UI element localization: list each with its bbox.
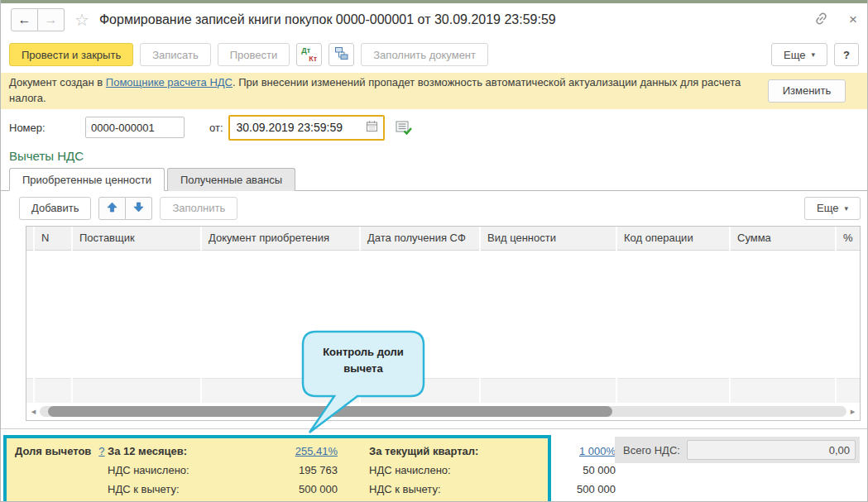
more-button-grid[interactable]: Еще▾ — [804, 197, 861, 220]
column-header-percent[interactable]: % — [836, 227, 860, 251]
share-quarter-link[interactable]: 1 000% — [579, 445, 616, 457]
banner-text-before: Документ создан в — [9, 76, 106, 88]
scroll-track[interactable] — [40, 406, 846, 417]
post-button[interactable]: Провести — [218, 43, 290, 66]
move-down-button[interactable] — [126, 197, 152, 220]
column-header-acquisition-document[interactable]: Документ приобретения — [201, 227, 360, 251]
document-header-fields: Номер: от: — [1, 109, 867, 146]
vat-accrued-12m-label: НДС начислено: — [108, 464, 250, 476]
column-header-n[interactable]: N — [34, 227, 72, 251]
show-postings-button[interactable]: ДтКт — [296, 43, 322, 66]
table-body-empty[interactable] — [26, 251, 860, 379]
scroll-thumb[interactable] — [48, 406, 613, 417]
scroll-right-arrow[interactable]: ▸ — [849, 407, 856, 416]
forward-button[interactable]: → — [38, 8, 65, 31]
tab-acquired-values[interactable]: Приобретенные ценности — [9, 168, 165, 191]
total-vat-strip: Всего НДС: 0,00 — [615, 437, 860, 463]
number-label: Номер: — [9, 122, 85, 134]
forward-arrow-icon: → — [45, 12, 58, 27]
save-button[interactable]: Записать — [140, 43, 211, 66]
add-button[interactable]: Добавить — [19, 197, 91, 220]
document-window: ← → ☆ Формирование записей книги покупок… — [0, 0, 868, 502]
footer-area: Доля вычетов ? За 12 месяцев: 255,41% За… — [1, 429, 867, 502]
move-up-button[interactable] — [98, 197, 126, 220]
fill-document-button[interactable]: Заполнить документ — [361, 43, 488, 66]
table-toolbar: Добавить Заполнить Еще▾ — [19, 197, 861, 220]
period-quarter-label: За текущий квартал: — [369, 445, 525, 457]
vat-deducted-12m-label: НДС к вычету: — [108, 483, 250, 495]
deduction-panel-title: Доля вычетов — [15, 445, 91, 457]
horizontal-scrollbar: ◂ ▸ — [30, 404, 856, 418]
tab-content: Добавить Заполнить Еще▾ — [1, 190, 867, 430]
arrow-up-icon — [107, 202, 117, 215]
header-right-controls: × — [813, 11, 857, 29]
window-header: ← → ☆ Формирование записей книги покупок… — [1, 3, 867, 36]
date-field-wrapper — [228, 115, 385, 141]
more-button-top[interactable]: Еще▾ — [771, 43, 827, 66]
table-header-row: N Поставщик Документ приобретения Дата п… — [26, 227, 860, 251]
vat-accrued-12m-value: 195 763 — [250, 464, 338, 476]
notification-banner: Документ создан в Помощнике расчета НДС.… — [1, 73, 867, 109]
vat-deducted-quarter-label: НДС к вычету: — [369, 483, 525, 495]
document-structure-button[interactable] — [328, 43, 354, 66]
post-and-close-button[interactable]: Провести и закрыть — [9, 43, 133, 66]
structure-icon — [334, 46, 348, 63]
number-input[interactable] — [85, 117, 185, 138]
column-header-invoice-date[interactable]: Дата получения СФ — [360, 227, 480, 251]
date-input[interactable] — [235, 120, 361, 135]
vat-deducted-12m-value: 500 000 — [250, 483, 338, 495]
vat-accrued-quarter-value: 50 000 — [525, 464, 616, 476]
command-bar: Провести и закрыть Записать Провести ДтК… — [1, 36, 867, 73]
vat-assistant-link[interactable]: Помощнике расчета НДС — [106, 76, 233, 88]
row-marker-column-header — [26, 227, 34, 251]
share-12m-link[interactable]: 255,41% — [295, 445, 338, 457]
total-vat-field: 0,00 — [687, 440, 856, 460]
column-header-supplier[interactable]: Поставщик — [72, 227, 201, 251]
back-button[interactable]: ← — [11, 8, 38, 31]
period-12m-label: За 12 месяцев: — [108, 445, 250, 457]
chevron-down-icon: ▾ — [844, 204, 848, 213]
change-button[interactable]: Изменить — [768, 79, 846, 103]
back-arrow-icon: ← — [18, 12, 31, 27]
favorite-star-icon[interactable]: ☆ — [74, 12, 89, 28]
arrow-down-icon — [133, 202, 144, 215]
close-icon[interactable]: × — [849, 12, 857, 28]
deduction-help-link[interactable]: ? — [98, 445, 104, 457]
chevron-down-icon: ▾ — [811, 50, 815, 59]
get-link-icon[interactable] — [813, 11, 829, 29]
help-button[interactable]: ? — [834, 43, 859, 66]
vat-deducted-quarter-value: 500 000 — [525, 483, 616, 495]
section-title: Вычеты НДС — [1, 146, 867, 167]
tab-strip: Приобретенные ценности Полученные авансы — [1, 168, 867, 191]
nav-history-buttons: ← → — [11, 8, 65, 31]
table-totals-row — [26, 379, 860, 404]
move-buttons — [98, 197, 152, 220]
document-posted-icon — [395, 120, 413, 136]
column-header-operation-code[interactable]: Код операции — [616, 227, 730, 251]
purchases-table: N Поставщик Документ приобретения Дата п… — [26, 226, 861, 422]
banner-text: Документ создан в Помощнике расчета НДС.… — [9, 75, 758, 107]
scroll-left-arrow[interactable]: ◂ — [30, 407, 37, 416]
deduction-share-panel: Доля вычетов ? За 12 месяцев: 255,41% За… — [3, 435, 551, 502]
total-vat-label: Всего НДС: — [623, 444, 680, 457]
tab-received-advances[interactable]: Полученные авансы — [167, 168, 295, 191]
column-header-value-type[interactable]: Вид ценности — [480, 227, 616, 251]
vat-accrued-quarter-label: НДС начислено: — [369, 464, 525, 476]
calendar-icon[interactable] — [366, 120, 378, 135]
column-header-amount[interactable]: Сумма — [730, 227, 836, 251]
window-title: Формирование записей книги покупок 0000-… — [99, 12, 556, 27]
fill-button[interactable]: Заполнить — [160, 197, 237, 220]
dtkt-icon: ДтКт — [301, 47, 317, 63]
date-label: от: — [209, 122, 223, 134]
